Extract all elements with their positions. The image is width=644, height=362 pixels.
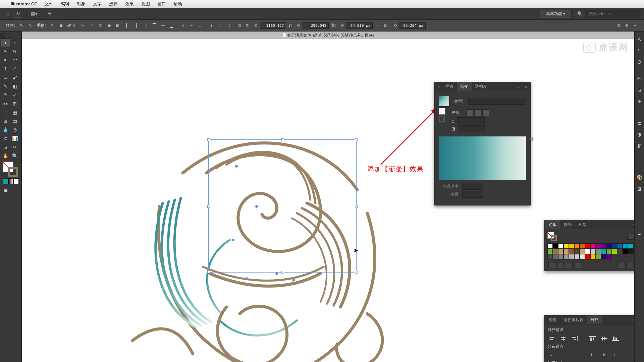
menu-text[interactable]: 文字 <box>93 1 102 7</box>
menu-select[interactable]: 选择 <box>109 1 118 7</box>
screen-mode-icon[interactable]: ▣ <box>1 187 10 195</box>
rectangle-tool[interactable]: ▭ <box>1 73 10 81</box>
swatch-cell[interactable] <box>590 254 596 259</box>
swatch-new-icon[interactable] <box>626 262 633 268</box>
swatch-cell[interactable] <box>564 254 569 259</box>
align-vcenter-icon[interactable]: ― <box>159 22 166 29</box>
dock-character-icon[interactable]: A <box>636 35 643 44</box>
mini-swatch-color[interactable] <box>3 178 8 184</box>
align-to-icon[interactable]: ⊟ <box>624 22 630 29</box>
y-link-icon[interactable]: ⟲ <box>295 22 302 29</box>
delete-stop-icon[interactable]: 🗑 <box>530 136 534 141</box>
x-link-icon[interactable]: ⟲ <box>252 22 259 29</box>
gradient-stroke-target[interactable] <box>439 116 445 122</box>
menu-object[interactable]: 对象 <box>77 1 86 7</box>
dist-vert2-icon[interactable]: ⫰ <box>217 22 224 29</box>
swatch-cell[interactable] <box>606 249 612 254</box>
search-icon[interactable]: 🔍 <box>576 10 584 17</box>
align-hcenter-button[interactable] <box>559 335 568 342</box>
swatch-cell[interactable] <box>569 249 574 254</box>
dock-graphic-styles-icon[interactable]: ◧ <box>636 141 643 150</box>
convert-anchor-icon[interactable]: ↖ <box>18 22 25 29</box>
search-input[interactable] <box>585 10 641 17</box>
shape-builder-tool[interactable]: ⬚ <box>1 108 10 116</box>
tab-align[interactable]: 对齐 <box>587 315 602 324</box>
swatch-libraries-icon[interactable] <box>548 262 555 268</box>
type-tool[interactable]: T <box>1 65 10 73</box>
dist-vert-icon[interactable]: ⫯ <box>208 22 215 29</box>
free-transform-tool[interactable]: ⊞ <box>10 100 19 108</box>
gradient-tool[interactable]: ▤ <box>10 117 19 125</box>
align-top-icon[interactable]: ▔ <box>151 22 157 29</box>
swatch-cell[interactable] <box>628 249 633 254</box>
transform-panel-icon[interactable]: ⊡ <box>236 22 243 29</box>
rotate-tool[interactable]: ⟳ <box>1 91 10 99</box>
swatch-cell[interactable] <box>596 249 601 254</box>
dist-hcenter-button[interactable]: ⊫ <box>600 351 608 359</box>
more-options-icon[interactable]: ⋯ <box>632 22 639 29</box>
paintbrush-tool[interactable]: 🖌 <box>10 73 19 81</box>
panel-collapse-icon[interactable]: « <box>516 82 522 91</box>
dock-paragraph-icon[interactable]: ¶ <box>636 46 643 55</box>
hand-tool[interactable]: ✋ <box>1 152 10 160</box>
swatch-cell[interactable] <box>623 243 628 249</box>
w-value[interactable]: 64.819 px <box>346 22 373 29</box>
workspace-select[interactable]: 基本功能 ▾ <box>540 10 572 18</box>
fill-stroke-control[interactable] <box>3 162 18 177</box>
swatch-cell[interactable] <box>547 249 553 254</box>
menu-file[interactable]: 文件 <box>45 1 53 7</box>
direct-selection-tool[interactable]: ▹ <box>10 39 19 47</box>
tab-transparency[interactable]: 透明度 <box>472 82 490 91</box>
handle-show-icon[interactable]: ✎ <box>49 22 56 29</box>
swatch-cell[interactable] <box>596 254 601 259</box>
document-tab[interactable]: 📄 春分演示文件.ai* @ 567.64% (CMYK/GPU 预览) <box>22 32 634 39</box>
swatch-cell[interactable] <box>633 243 634 249</box>
dist-right-icon[interactable]: ⫠ <box>197 22 204 29</box>
constrain-wh-icon[interactable]: ⚭ <box>374 22 380 29</box>
swatch-cell[interactable] <box>547 243 553 249</box>
selection-tool[interactable]: ▴ <box>1 39 10 47</box>
dock-color-icon[interactable]: 🎨 <box>636 173 643 182</box>
dock-libraries-icon[interactable]: ❖ <box>636 97 643 106</box>
eraser-tool[interactable]: ◧ <box>10 82 19 90</box>
swatch-cell[interactable] <box>558 249 564 254</box>
swatch-cell[interactable] <box>574 254 580 259</box>
swatch-cell[interactable] <box>580 249 585 254</box>
panel-menu-icon[interactable]: ≡ <box>522 84 530 89</box>
position-input[interactable] <box>462 191 483 198</box>
opacity-input[interactable] <box>462 183 483 190</box>
symbol-sprayer-tool[interactable]: ✲ <box>1 134 10 142</box>
menu-view[interactable]: 视图 <box>141 1 150 7</box>
dist-vert3-icon[interactable]: ⫱ <box>226 22 232 29</box>
tab-swatches[interactable]: 色板 <box>545 220 560 229</box>
arrange-documents-icon[interactable]: ▦▾ <box>31 10 38 17</box>
swatch-cell[interactable] <box>590 249 596 254</box>
dock-gradient-icon[interactable]: ◪ <box>636 184 643 193</box>
align-hcenter-icon[interactable]: ⎮ <box>133 22 140 29</box>
swatch-cell[interactable] <box>580 254 585 259</box>
dist-hcenter-icon[interactable]: ⫟ <box>188 22 195 29</box>
convert-corner-icon[interactable]: ⤡ <box>27 22 34 29</box>
dock-appearance-icon[interactable]: ◑ <box>636 130 643 139</box>
align-pixel-icon[interactable]: ⊞ <box>114 22 121 29</box>
swatch-cell[interactable] <box>553 249 558 254</box>
gradient-slider[interactable]: 🗑 <box>439 136 526 180</box>
gradient-angle-input[interactable] <box>457 117 485 124</box>
gradient-aspect-input[interactable] <box>458 125 485 132</box>
handle-hide-icon[interactable]: ◼ <box>58 22 64 29</box>
slice-tool[interactable]: ✂ <box>10 143 19 151</box>
swatch-cell[interactable] <box>558 243 564 249</box>
mini-swatch-none[interactable] <box>13 178 19 184</box>
swatch-cell[interactable] <box>580 243 585 249</box>
w-link-icon[interactable]: ⟲ <box>339 22 345 29</box>
dock-stroke-icon[interactable]: ≡ <box>636 229 643 238</box>
swatch-cell[interactable] <box>564 243 569 249</box>
tab-symbols[interactable]: 符号 <box>560 220 575 229</box>
lasso-tool[interactable]: ଓ <box>10 47 19 55</box>
swatch-cell[interactable] <box>601 254 606 259</box>
scale-tool[interactable]: ⤢ <box>10 91 19 99</box>
align-top-button[interactable] <box>588 335 597 342</box>
dist-right-button[interactable]: ⊩ <box>611 351 620 359</box>
corners-icon[interactable]: ⊡ <box>615 22 622 29</box>
swatch-collapse-icon[interactable]: » <box>631 220 634 229</box>
